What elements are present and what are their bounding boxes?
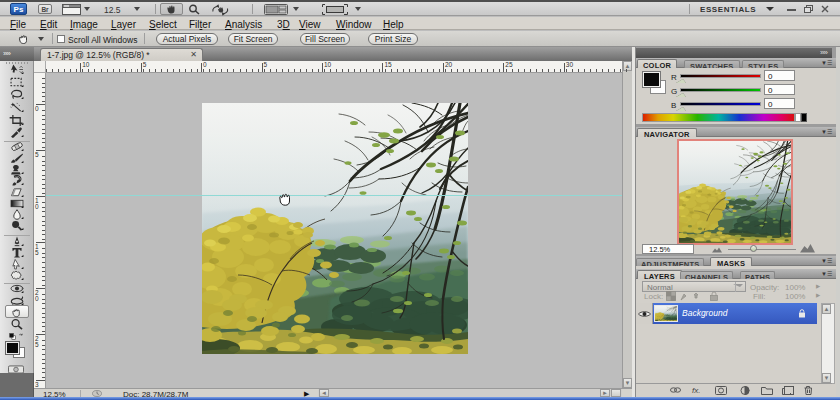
svg-text:fx.: fx. — [692, 386, 700, 395]
